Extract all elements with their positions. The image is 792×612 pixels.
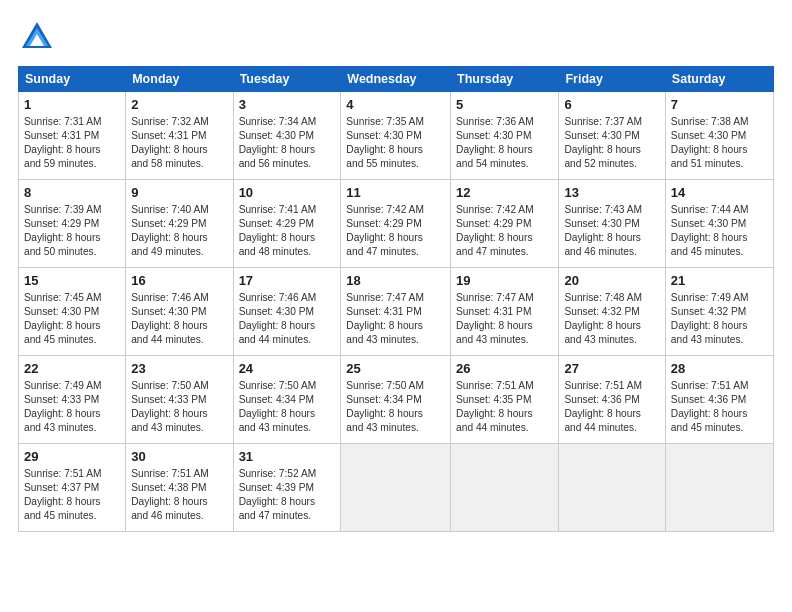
calendar-cell bbox=[341, 444, 451, 532]
calendar-cell: 27Sunrise: 7:51 AM Sunset: 4:36 PM Dayli… bbox=[559, 356, 665, 444]
weekday-header-monday: Monday bbox=[126, 67, 233, 92]
day-number: 11 bbox=[346, 184, 445, 202]
calendar-cell: 26Sunrise: 7:51 AM Sunset: 4:35 PM Dayli… bbox=[451, 356, 559, 444]
calendar-week-3: 15Sunrise: 7:45 AM Sunset: 4:30 PM Dayli… bbox=[19, 268, 774, 356]
calendar-cell: 20Sunrise: 7:48 AM Sunset: 4:32 PM Dayli… bbox=[559, 268, 665, 356]
day-number: 24 bbox=[239, 360, 336, 378]
calendar-cell: 9Sunrise: 7:40 AM Sunset: 4:29 PM Daylig… bbox=[126, 180, 233, 268]
calendar-week-5: 29Sunrise: 7:51 AM Sunset: 4:37 PM Dayli… bbox=[19, 444, 774, 532]
calendar-cell: 8Sunrise: 7:39 AM Sunset: 4:29 PM Daylig… bbox=[19, 180, 126, 268]
day-number: 23 bbox=[131, 360, 227, 378]
calendar-cell: 23Sunrise: 7:50 AM Sunset: 4:33 PM Dayli… bbox=[126, 356, 233, 444]
calendar-cell: 18Sunrise: 7:47 AM Sunset: 4:31 PM Dayli… bbox=[341, 268, 451, 356]
day-info: Sunrise: 7:51 AM Sunset: 4:35 PM Dayligh… bbox=[456, 379, 553, 435]
calendar-week-2: 8Sunrise: 7:39 AM Sunset: 4:29 PM Daylig… bbox=[19, 180, 774, 268]
weekday-header-wednesday: Wednesday bbox=[341, 67, 451, 92]
day-number: 7 bbox=[671, 96, 768, 114]
day-info: Sunrise: 7:46 AM Sunset: 4:30 PM Dayligh… bbox=[131, 291, 227, 347]
calendar-cell: 31Sunrise: 7:52 AM Sunset: 4:39 PM Dayli… bbox=[233, 444, 341, 532]
day-info: Sunrise: 7:42 AM Sunset: 4:29 PM Dayligh… bbox=[346, 203, 445, 259]
day-info: Sunrise: 7:49 AM Sunset: 4:33 PM Dayligh… bbox=[24, 379, 120, 435]
day-number: 27 bbox=[564, 360, 659, 378]
calendar-week-1: 1Sunrise: 7:31 AM Sunset: 4:31 PM Daylig… bbox=[19, 92, 774, 180]
calendar-cell: 4Sunrise: 7:35 AM Sunset: 4:30 PM Daylig… bbox=[341, 92, 451, 180]
calendar-cell bbox=[559, 444, 665, 532]
day-info: Sunrise: 7:51 AM Sunset: 4:37 PM Dayligh… bbox=[24, 467, 120, 523]
day-number: 5 bbox=[456, 96, 553, 114]
day-number: 20 bbox=[564, 272, 659, 290]
calendar-cell: 7Sunrise: 7:38 AM Sunset: 4:30 PM Daylig… bbox=[665, 92, 773, 180]
day-info: Sunrise: 7:35 AM Sunset: 4:30 PM Dayligh… bbox=[346, 115, 445, 171]
day-info: Sunrise: 7:50 AM Sunset: 4:34 PM Dayligh… bbox=[346, 379, 445, 435]
day-number: 22 bbox=[24, 360, 120, 378]
calendar-cell: 12Sunrise: 7:42 AM Sunset: 4:29 PM Dayli… bbox=[451, 180, 559, 268]
weekday-header-row: SundayMondayTuesdayWednesdayThursdayFrid… bbox=[19, 67, 774, 92]
calendar-cell: 13Sunrise: 7:43 AM Sunset: 4:30 PM Dayli… bbox=[559, 180, 665, 268]
day-number: 2 bbox=[131, 96, 227, 114]
day-info: Sunrise: 7:38 AM Sunset: 4:30 PM Dayligh… bbox=[671, 115, 768, 171]
calendar-cell: 19Sunrise: 7:47 AM Sunset: 4:31 PM Dayli… bbox=[451, 268, 559, 356]
day-number: 4 bbox=[346, 96, 445, 114]
calendar-cell: 21Sunrise: 7:49 AM Sunset: 4:32 PM Dayli… bbox=[665, 268, 773, 356]
day-info: Sunrise: 7:46 AM Sunset: 4:30 PM Dayligh… bbox=[239, 291, 336, 347]
weekday-header-sunday: Sunday bbox=[19, 67, 126, 92]
day-number: 15 bbox=[24, 272, 120, 290]
day-number: 21 bbox=[671, 272, 768, 290]
day-number: 12 bbox=[456, 184, 553, 202]
calendar-cell: 28Sunrise: 7:51 AM Sunset: 4:36 PM Dayli… bbox=[665, 356, 773, 444]
calendar-cell: 14Sunrise: 7:44 AM Sunset: 4:30 PM Dayli… bbox=[665, 180, 773, 268]
day-info: Sunrise: 7:51 AM Sunset: 4:36 PM Dayligh… bbox=[564, 379, 659, 435]
day-info: Sunrise: 7:51 AM Sunset: 4:36 PM Dayligh… bbox=[671, 379, 768, 435]
day-info: Sunrise: 7:47 AM Sunset: 4:31 PM Dayligh… bbox=[346, 291, 445, 347]
day-info: Sunrise: 7:34 AM Sunset: 4:30 PM Dayligh… bbox=[239, 115, 336, 171]
day-number: 28 bbox=[671, 360, 768, 378]
day-number: 26 bbox=[456, 360, 553, 378]
page: SundayMondayTuesdayWednesdayThursdayFrid… bbox=[0, 0, 792, 612]
day-info: Sunrise: 7:48 AM Sunset: 4:32 PM Dayligh… bbox=[564, 291, 659, 347]
calendar-cell bbox=[665, 444, 773, 532]
calendar-cell: 6Sunrise: 7:37 AM Sunset: 4:30 PM Daylig… bbox=[559, 92, 665, 180]
calendar: SundayMondayTuesdayWednesdayThursdayFrid… bbox=[18, 66, 774, 532]
logo-icon bbox=[18, 18, 56, 56]
weekday-header-saturday: Saturday bbox=[665, 67, 773, 92]
day-info: Sunrise: 7:50 AM Sunset: 4:34 PM Dayligh… bbox=[239, 379, 336, 435]
day-number: 31 bbox=[239, 448, 336, 466]
weekday-header-friday: Friday bbox=[559, 67, 665, 92]
day-number: 29 bbox=[24, 448, 120, 466]
day-info: Sunrise: 7:44 AM Sunset: 4:30 PM Dayligh… bbox=[671, 203, 768, 259]
day-info: Sunrise: 7:45 AM Sunset: 4:30 PM Dayligh… bbox=[24, 291, 120, 347]
day-info: Sunrise: 7:41 AM Sunset: 4:29 PM Dayligh… bbox=[239, 203, 336, 259]
calendar-cell: 3Sunrise: 7:34 AM Sunset: 4:30 PM Daylig… bbox=[233, 92, 341, 180]
day-info: Sunrise: 7:36 AM Sunset: 4:30 PM Dayligh… bbox=[456, 115, 553, 171]
day-number: 30 bbox=[131, 448, 227, 466]
day-info: Sunrise: 7:47 AM Sunset: 4:31 PM Dayligh… bbox=[456, 291, 553, 347]
day-info: Sunrise: 7:52 AM Sunset: 4:39 PM Dayligh… bbox=[239, 467, 336, 523]
calendar-cell: 29Sunrise: 7:51 AM Sunset: 4:37 PM Dayli… bbox=[19, 444, 126, 532]
calendar-cell: 5Sunrise: 7:36 AM Sunset: 4:30 PM Daylig… bbox=[451, 92, 559, 180]
day-info: Sunrise: 7:40 AM Sunset: 4:29 PM Dayligh… bbox=[131, 203, 227, 259]
header bbox=[18, 18, 774, 56]
day-info: Sunrise: 7:31 AM Sunset: 4:31 PM Dayligh… bbox=[24, 115, 120, 171]
day-number: 17 bbox=[239, 272, 336, 290]
day-info: Sunrise: 7:39 AM Sunset: 4:29 PM Dayligh… bbox=[24, 203, 120, 259]
day-number: 8 bbox=[24, 184, 120, 202]
day-info: Sunrise: 7:49 AM Sunset: 4:32 PM Dayligh… bbox=[671, 291, 768, 347]
day-info: Sunrise: 7:43 AM Sunset: 4:30 PM Dayligh… bbox=[564, 203, 659, 259]
day-info: Sunrise: 7:51 AM Sunset: 4:38 PM Dayligh… bbox=[131, 467, 227, 523]
calendar-cell: 16Sunrise: 7:46 AM Sunset: 4:30 PM Dayli… bbox=[126, 268, 233, 356]
day-number: 19 bbox=[456, 272, 553, 290]
calendar-cell: 30Sunrise: 7:51 AM Sunset: 4:38 PM Dayli… bbox=[126, 444, 233, 532]
day-number: 14 bbox=[671, 184, 768, 202]
day-number: 10 bbox=[239, 184, 336, 202]
day-number: 18 bbox=[346, 272, 445, 290]
calendar-cell: 1Sunrise: 7:31 AM Sunset: 4:31 PM Daylig… bbox=[19, 92, 126, 180]
logo bbox=[18, 18, 60, 56]
day-number: 9 bbox=[131, 184, 227, 202]
calendar-cell: 2Sunrise: 7:32 AM Sunset: 4:31 PM Daylig… bbox=[126, 92, 233, 180]
calendar-cell: 25Sunrise: 7:50 AM Sunset: 4:34 PM Dayli… bbox=[341, 356, 451, 444]
weekday-header-thursday: Thursday bbox=[451, 67, 559, 92]
calendar-cell bbox=[451, 444, 559, 532]
day-number: 25 bbox=[346, 360, 445, 378]
day-info: Sunrise: 7:42 AM Sunset: 4:29 PM Dayligh… bbox=[456, 203, 553, 259]
day-number: 1 bbox=[24, 96, 120, 114]
